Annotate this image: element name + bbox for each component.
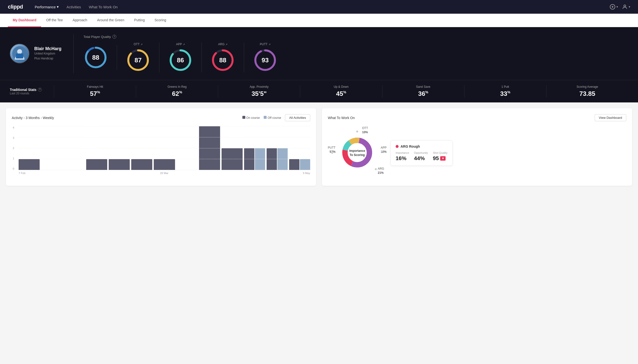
bar-group-3 — [86, 159, 107, 170]
stat-sand-save: Sand Save 36% — [382, 85, 464, 98]
vertical-divider — [73, 34, 74, 73]
tab-around-the-green[interactable]: Around the Green — [92, 14, 129, 27]
x-axis-labels: 7 Feb 28 Mar 9 May — [19, 172, 310, 174]
avatar — [10, 44, 29, 63]
trad-stats-period: Last 20 rounds — [10, 92, 54, 95]
bar-group-4 — [109, 159, 130, 170]
donut-dot-putt — [331, 152, 333, 154]
player-name: Blair McHarg — [34, 46, 62, 51]
bar-group-9 — [222, 148, 243, 170]
label-app: APP 12% — [381, 146, 386, 154]
info-dot — [396, 145, 398, 148]
quality-label: Total Player Quality ? — [84, 35, 628, 38]
bar-group-10 — [244, 148, 265, 170]
add-button[interactable]: ▾ — [610, 4, 618, 10]
svg-point-3 — [624, 5, 626, 7]
trend-arrow-arg: ↗ — [226, 43, 228, 46]
score-app: APP ↗ 86 — [159, 42, 202, 72]
stat-fairways-hit: Fairways Hit 57% — [54, 85, 136, 98]
work-card-header: What To Work On View Dashboard — [328, 114, 626, 121]
activity-card: Activity - 3 Months - Weekly On course O… — [6, 108, 316, 186]
tab-approach[interactable]: Approach — [68, 14, 92, 27]
label-ott: OTT 10% — [362, 126, 368, 134]
activity-card-title: Activity - 3 Months - Weekly — [12, 116, 54, 120]
tab-my-dashboard[interactable]: My Dashboard — [8, 14, 41, 27]
bar-group-6 — [154, 159, 175, 170]
trend-arrow-app: ↗ — [183, 43, 185, 46]
bar-group-5 — [131, 159, 152, 170]
score-value-arg: 88 — [219, 56, 227, 64]
player-details: Blair McHarg United Kingdom Plus Handica… — [34, 46, 62, 61]
arg-pct: 21% — [378, 171, 384, 174]
trad-info-icon[interactable]: ? — [38, 88, 42, 92]
trad-stats-label: Traditional Stats ? Last 20 rounds — [10, 88, 54, 95]
chevron-down-icon: ▾ — [57, 5, 59, 9]
work-card-title: What To Work On — [328, 116, 355, 120]
traditional-stats: Traditional Stats ? Last 20 rounds Fairw… — [0, 80, 638, 102]
y-axis-labels: 0 1 2 3 4 — [13, 126, 14, 170]
view-dashboard-button[interactable]: View Dashboard — [595, 114, 626, 121]
chevron-down-icon: ▾ — [629, 5, 630, 8]
nav-what-to-work-on[interactable]: What To Work On — [89, 5, 118, 9]
logo[interactable]: clippd — [8, 4, 23, 10]
all-activities-button[interactable]: All Activities — [285, 114, 310, 121]
score-arg: ARG ↗ 88 — [202, 42, 244, 72]
user-menu-button[interactable]: ▾ — [622, 4, 630, 10]
bar-on-course — [109, 159, 130, 170]
player-info: Blair McHarg United Kingdom Plus Handica… — [10, 44, 64, 63]
scores-row: 88 OTT ↗ 87 — [84, 42, 628, 72]
donut-wrapper: OTT 10% APP 12% ARG 21% PUTT 57% — [328, 126, 386, 180]
chart-legend: On course Off course — [242, 116, 281, 120]
donut-dot-ott — [356, 130, 358, 132]
bar-chart — [19, 126, 310, 170]
bar-off-course — [277, 148, 288, 170]
info-card-title-row: ARG Rough — [396, 144, 448, 148]
score-label-putt: PUTT ↗ — [260, 42, 270, 46]
bar-on-course — [19, 159, 40, 170]
work-card: What To Work On View Dashboard OTT 10% A… — [322, 108, 632, 186]
metric-opportunity: Opportunity 44% — [414, 151, 428, 162]
tab-putting[interactable]: Putting — [129, 14, 150, 27]
bar-on-course — [244, 148, 254, 170]
bar-group-11 — [267, 148, 288, 170]
bar-on-course — [267, 148, 277, 170]
chevron-down-icon: ▾ — [616, 5, 618, 8]
score-putt: PUTT ↗ 93 — [244, 42, 286, 72]
svg-rect-6 — [16, 54, 23, 58]
quality-section: Total Player Quality ? 88 — [84, 35, 628, 72]
legend-off-course-dot — [264, 116, 267, 119]
sub-nav: My Dashboard Off the Tee Approach Around… — [0, 14, 638, 27]
score-label-arg: ARG ↗ — [218, 42, 228, 46]
stat-app-proximity: App. Proximity 35'5" — [218, 85, 300, 98]
bar-off-course — [255, 148, 265, 170]
legend-on-course-dot — [242, 116, 245, 119]
score-value-putt: 93 — [262, 56, 269, 64]
bar-on-course — [289, 159, 299, 170]
bar-on-course — [222, 148, 243, 170]
score-total: 88 — [84, 45, 117, 70]
info-icon[interactable]: ? — [112, 35, 116, 38]
nav-right: ▾ ▾ — [610, 4, 630, 10]
info-metrics: Importance 16% Opportunity 44% Shot Qual… — [396, 151, 448, 162]
tab-scoring[interactable]: Scoring — [150, 14, 171, 27]
nav-performance[interactable]: Performance ▾ — [35, 5, 59, 9]
score-value-total: 88 — [92, 54, 99, 61]
player-country: United Kingdom — [34, 51, 62, 56]
ott-pct: 10% — [362, 130, 368, 134]
stat-up-down: Up & Down 45% — [300, 85, 382, 98]
bar-group-0 — [19, 159, 40, 170]
donut-center-text: ImportanceTo Scoring — [349, 149, 365, 157]
svg-point-5 — [17, 49, 22, 54]
info-card: ARG Rough Importance 16% Opportunity 44% — [390, 140, 453, 166]
nav-links: Performance ▾ Activities What To Work On — [35, 5, 610, 9]
donut-svg-container: ImportanceTo Scoring — [340, 136, 374, 171]
tab-off-the-tee[interactable]: Off the Tee — [41, 14, 68, 27]
label-arg: ARG 21% — [378, 167, 384, 175]
nav-activities[interactable]: Activities — [67, 5, 81, 9]
stat-greens-in-reg: Greens In Reg 62% — [136, 85, 218, 98]
bar-group-12 — [289, 159, 310, 170]
player-handicap: Plus Handicap — [34, 56, 62, 61]
donut-dot-app — [381, 150, 383, 152]
stat-scoring-avg: Scoring Average 73.85 — [546, 85, 628, 98]
hero-section: Blair McHarg United Kingdom Plus Handica… — [0, 27, 638, 80]
